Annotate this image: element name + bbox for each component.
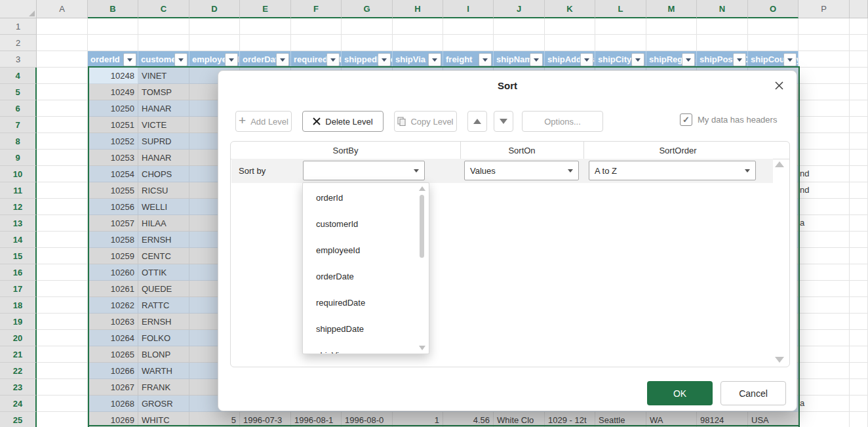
cell-A18[interactable] bbox=[37, 297, 88, 314]
cell-P2[interactable] bbox=[799, 35, 850, 51]
column-header-F[interactable]: F bbox=[291, 0, 342, 18]
cell-J2[interactable] bbox=[494, 35, 545, 51]
row-header-13[interactable]: 13 bbox=[0, 215, 37, 232]
cell-A23[interactable] bbox=[37, 379, 88, 396]
row-header-23[interactable]: 23 bbox=[0, 379, 37, 396]
row-header-22[interactable]: 22 bbox=[0, 363, 37, 379]
cell-Q4[interactable] bbox=[850, 68, 868, 84]
table-header-shipRegion[interactable]: shipRegion bbox=[646, 51, 697, 68]
cell-J1[interactable] bbox=[494, 18, 545, 35]
cell-B10[interactable]: 10254 bbox=[88, 166, 138, 182]
cell-E2[interactable] bbox=[240, 35, 291, 51]
cell-A2[interactable] bbox=[37, 35, 88, 51]
filter-button[interactable] bbox=[174, 53, 187, 66]
cell-B18[interactable]: 10262 bbox=[88, 297, 138, 314]
add-level-button[interactable]: + Add Level bbox=[235, 111, 292, 132]
cell-C7[interactable]: VICTE bbox=[138, 117, 189, 133]
dropdown-item-shipVia[interactable]: shipVia bbox=[303, 342, 429, 354]
cell-O2[interactable] bbox=[748, 35, 799, 51]
row-header-15[interactable]: 15 bbox=[0, 248, 37, 264]
filter-button[interactable] bbox=[123, 53, 136, 66]
cell-P1[interactable] bbox=[799, 18, 850, 35]
filter-button[interactable] bbox=[276, 53, 289, 66]
cell-Q3[interactable] bbox=[850, 51, 868, 68]
cell-B1[interactable] bbox=[88, 18, 138, 35]
column-header-L[interactable]: L bbox=[595, 0, 646, 18]
table-header-shippedDate[interactable]: shippedDate bbox=[342, 51, 393, 68]
cell-P23[interactable] bbox=[799, 379, 850, 396]
filter-button[interactable] bbox=[479, 53, 492, 66]
cell-A4[interactable] bbox=[37, 68, 88, 84]
cell-Q6[interactable] bbox=[850, 100, 868, 117]
filter-button[interactable] bbox=[631, 53, 644, 66]
cell-H1[interactable] bbox=[393, 18, 443, 35]
cell-B22[interactable]: 10266 bbox=[88, 363, 138, 379]
cell-Q2[interactable] bbox=[850, 35, 868, 51]
cell-C4[interactable]: VINET bbox=[138, 68, 189, 84]
row-header-20[interactable]: 20 bbox=[0, 330, 37, 346]
row-header-1[interactable]: 1 bbox=[0, 18, 37, 35]
row-header-19[interactable]: 19 bbox=[0, 314, 37, 330]
cell-M1[interactable] bbox=[646, 18, 697, 35]
dropdown-item-employeeId[interactable]: employeeId bbox=[303, 237, 429, 263]
cell-D2[interactable] bbox=[189, 35, 240, 51]
cell-B15[interactable]: 10259 bbox=[88, 248, 138, 264]
close-button[interactable] bbox=[772, 79, 786, 94]
table-header-orderId[interactable]: orderId bbox=[88, 51, 138, 68]
cell-Q11[interactable] bbox=[850, 182, 868, 199]
cell-B23[interactable]: 10267 bbox=[88, 379, 138, 396]
filter-button[interactable] bbox=[326, 53, 340, 66]
filter-button[interactable] bbox=[682, 53, 695, 66]
cell-H2[interactable] bbox=[393, 35, 443, 51]
cell-B12[interactable]: 10256 bbox=[88, 199, 138, 215]
cell-A25[interactable] bbox=[37, 412, 88, 427]
cell-Q15[interactable] bbox=[850, 248, 868, 264]
filter-button[interactable] bbox=[733, 53, 746, 66]
filter-button[interactable] bbox=[530, 53, 543, 66]
cell-P9[interactable] bbox=[799, 150, 850, 166]
cell-B19[interactable]: 10263 bbox=[88, 314, 138, 330]
cell-B7[interactable]: 10251 bbox=[88, 117, 138, 133]
row-header-6[interactable]: 6 bbox=[0, 100, 37, 117]
cell-Q20[interactable] bbox=[850, 330, 868, 346]
cell-P7[interactable] bbox=[799, 117, 850, 133]
cell-Q19[interactable] bbox=[850, 314, 868, 330]
row-header-25[interactable]: 25 bbox=[0, 412, 37, 427]
column-header-M[interactable]: M bbox=[646, 0, 697, 18]
table-header-requiredDate[interactable]: requiredDate bbox=[291, 51, 342, 68]
table-header-orderDate[interactable]: orderDate bbox=[240, 51, 291, 68]
cell-C9[interactable]: HANAR bbox=[138, 150, 189, 166]
cell-C23[interactable]: FRANK bbox=[138, 379, 189, 396]
dropdown-item-shippedDate[interactable]: shippedDate bbox=[303, 315, 429, 342]
cell-C5[interactable]: TOMSP bbox=[138, 84, 189, 100]
cell-G2[interactable] bbox=[342, 35, 393, 51]
cell-A16[interactable] bbox=[37, 264, 88, 281]
cell-F1[interactable] bbox=[291, 18, 342, 35]
cell-A12[interactable] bbox=[37, 199, 88, 215]
column-header-G[interactable]: G bbox=[342, 0, 393, 18]
row-header-18[interactable]: 18 bbox=[0, 297, 37, 314]
copy-level-button[interactable]: Copy Level bbox=[394, 111, 457, 132]
cell-A22[interactable] bbox=[37, 363, 88, 379]
panel-scroll-up-icon[interactable] bbox=[775, 161, 784, 167]
column-header-I[interactable]: I bbox=[443, 0, 494, 18]
cell-C20[interactable]: FOLKO bbox=[138, 330, 189, 346]
move-level-up-button[interactable] bbox=[467, 111, 487, 132]
cell-F2[interactable] bbox=[291, 35, 342, 51]
table-header-shipCountry[interactable]: shipCountry bbox=[748, 51, 799, 68]
cell-P14[interactable] bbox=[799, 232, 850, 248]
cell-C13[interactable]: HILAA bbox=[138, 215, 189, 232]
dropdown-scrollbar[interactable] bbox=[418, 185, 426, 352]
cell-Q9[interactable] bbox=[850, 150, 868, 166]
sort-by-combobox[interactable] bbox=[303, 161, 425, 180]
cell-A21[interactable] bbox=[37, 346, 88, 363]
cell-P6[interactable] bbox=[799, 100, 850, 117]
column-header-O[interactable]: O bbox=[748, 0, 799, 18]
cell-B11[interactable]: 10255 bbox=[88, 182, 138, 199]
cell-Q23[interactable] bbox=[850, 379, 868, 396]
cell-B4[interactable]: 10248 bbox=[88, 68, 138, 84]
dropdown-item-customerId[interactable]: customerId bbox=[303, 211, 429, 237]
cell-B21[interactable]: 10265 bbox=[88, 346, 138, 363]
cell-A14[interactable] bbox=[37, 232, 88, 248]
cancel-button[interactable]: Cancel bbox=[720, 381, 786, 405]
